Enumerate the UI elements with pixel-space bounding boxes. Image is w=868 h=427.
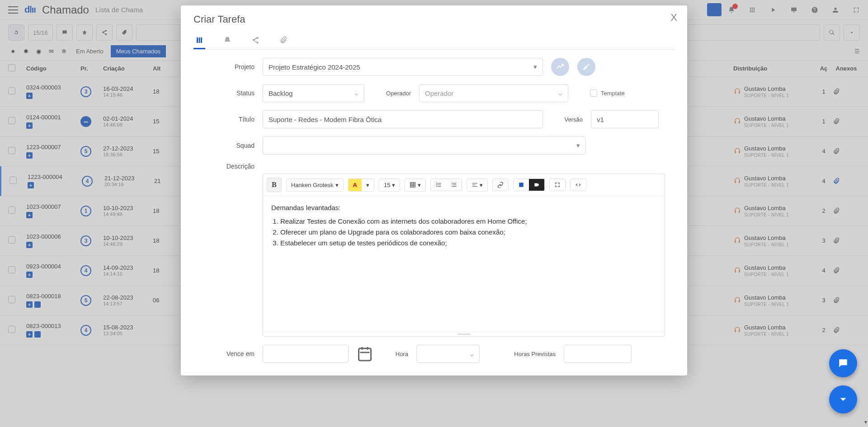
fab-chat[interactable] [829,349,857,377]
editor-align-button[interactable]: ▾ [467,179,487,191]
editor-image-button[interactable] [514,179,529,191]
tab-details[interactable] [193,33,205,49]
label-descricao: Descrição [193,163,255,170]
label-vence-em: Vence em [193,350,255,357]
label-projeto: Projeto [193,63,255,70]
description-editor: B Hanken Grotesk ▾ A ▾ 15▾ ▾ ▾ [263,174,665,337]
tab-attachments[interactable] [278,33,289,49]
label-titulo: Título [193,116,255,123]
label-template: Template [601,90,625,97]
editor-ol-button[interactable] [431,179,446,191]
label-hora: Hora [381,351,408,357]
editor-video-button[interactable] [529,179,544,191]
editor-color-caret[interactable]: ▾ [362,179,374,191]
project-clear-button[interactable] [551,58,569,76]
due-date-input[interactable] [263,345,349,363]
label-versao: Versão [551,116,583,123]
editor-list-item: Estabelecer um setup de testes periódico… [280,238,656,249]
planned-hours-input[interactable] [564,345,632,363]
modal-close-button[interactable]: X [670,12,677,23]
editor-size-select[interactable]: 15▾ [379,179,400,191]
create-task-modal: Criar Tarefa X Projeto Projeto Estratégi… [181,5,687,375]
editor-content[interactable]: Demandas levantadas: Realizar Testes de … [263,196,665,332]
label-status: Status [193,89,255,97]
modal-title: Criar Tarefa [193,14,675,25]
label-squad: Squad [193,142,255,149]
editor-list-item: Oferecer um plano de Upgrade para os col… [280,227,656,238]
editor-font-select[interactable]: Hanken Grotesk ▾ [287,179,343,191]
label-horas-previstas: Horas Previstas [488,351,556,357]
template-checkbox[interactable] [590,89,597,97]
squad-select[interactable]: ▾ [263,136,586,155]
version-input[interactable]: v1 [591,110,659,128]
label-operador: Operador [373,90,411,97]
tab-share[interactable] [250,33,261,49]
editor-expand-button[interactable] [550,179,565,191]
calendar-icon[interactable] [357,346,373,362]
editor-color-button[interactable]: A [349,179,362,191]
hour-select[interactable]: ⌵ [416,345,480,363]
editor-list-item: Realizar Testes de Conexão com as intern… [280,216,656,227]
project-select[interactable]: Projeto Estratégico 2024-2025▾ [263,58,543,76]
fab-scroll-down[interactable] [829,385,857,413]
tab-notifications[interactable] [222,33,233,49]
editor-bold-button[interactable]: B [267,178,282,192]
scroll-hint: ▾ [864,419,867,425]
editor-table-button[interactable]: ▾ [405,179,425,191]
editor-code-button[interactable] [571,179,586,191]
editor-ul-button[interactable] [446,179,462,191]
editor-link-button[interactable] [493,179,508,191]
editor-resize-handle[interactable] [263,332,665,336]
project-edit-button[interactable] [577,58,595,76]
title-input[interactable]: Suporte - Redes - Modem Fibra Ótica [263,110,543,128]
operator-select[interactable]: Operador⌵ [419,84,568,102]
status-select[interactable]: Backlog⌵ [263,84,364,102]
